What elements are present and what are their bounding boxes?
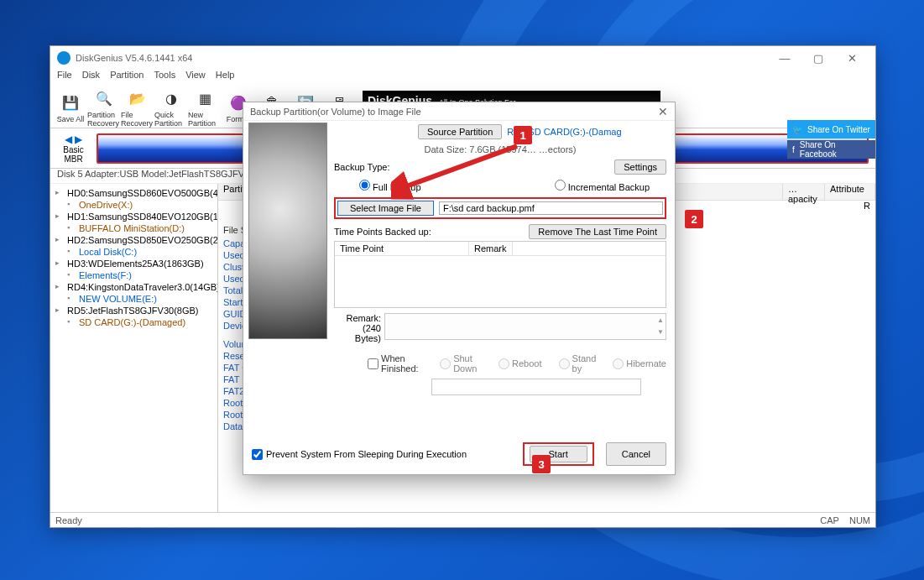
when-finished-checkbox[interactable]: When Finished: [368,353,423,374]
callout-3: 3 [532,455,551,473]
menu-help[interactable]: Help [216,70,235,86]
prevent-sleep-checkbox[interactable]: Prevent System From Sleeping During Exec… [252,449,467,460]
maximize-button[interactable]: ▢ [801,46,835,70]
close-button[interactable]: ✕ [835,46,869,70]
remark-bytes: (240 Bytes) [334,323,381,343]
svg-line-0 [399,146,517,189]
dialog-close-button[interactable]: ✕ [658,105,668,118]
magnifier-icon: 🔍 [92,86,116,110]
image-file-path[interactable]: F:\sd card backup.pmf [439,201,663,215]
device-tree[interactable]: HD0:SamsungSSD860EVO500GB(466GB OneDrive… [50,184,218,512]
callout-2: 2 [685,210,703,228]
tree-volume: OneDrive(X:) [54,199,214,211]
tree-volume: Local Disk(C:) [54,246,214,258]
tree-disk: HD0:SamsungSSD860EVO500GB(466GB [54,187,214,199]
tree-volume: SD CARD(G:)-(Damaged) [54,316,214,328]
app-title: DiskGenius V5.4.6.1441 x64 [76,53,192,63]
dialog-titlebar: Backup Partition(or Volume) to Image Fil… [243,102,675,121]
tree-volume: Elements(F:) [54,269,214,281]
disk-nav: ◀ ▶ Basic MBR [50,133,97,164]
cube-icon: ▦ [193,86,217,110]
app-icon [57,51,70,65]
shut-down-radio: Shut Down [440,353,482,374]
folder-icon: 📂 [126,86,149,110]
titlebar: DiskGenius V5.4.6.1441 x64 — ▢ ✕ [50,46,875,70]
incremental-backup-radio[interactable]: Incremental Backup [555,180,650,192]
tree-disk: HD1:SamsungSSD840EVO120GB(112GB [54,211,214,222]
annotation-arrow [391,143,525,201]
menubar: File Disk Partition Tools View Help [50,70,875,86]
cancel-button[interactable]: Cancel [606,442,666,466]
reboot-radio: Reboot [499,358,541,369]
remark-col: Remark [469,242,513,255]
menu-tools[interactable]: Tools [154,70,175,86]
finish-extra-input[interactable] [431,379,641,395]
share-facebook[interactable]: fShare On Facebook [787,140,875,159]
remark-input[interactable] [384,313,666,340]
menu-file[interactable]: File [57,70,72,86]
remove-last-time-point-button[interactable]: Remove The Last Time Point [529,224,666,239]
statusbar: Ready CAPNUM [50,512,875,527]
tree-disk: RD4:KingstonDataTraveler3.0(14GB) [54,281,214,293]
time-points-label: Time Points Backed up: [334,227,431,237]
source-partition-button[interactable]: Source Partition [418,124,502,139]
next-arrow-icon[interactable]: ▶ [75,133,82,145]
save-icon: 💾 [59,91,82,114]
backup-type-label: Backup Type: [334,162,389,172]
prev-arrow-icon[interactable]: ◀ [65,133,72,145]
tree-disk: HD2:SamsungSSD850EVO250GB(233GB [54,234,214,246]
callout-1: 1 [514,126,532,144]
tree-volume: BUFFALO MiniStation(D:) [54,222,214,234]
menu-view[interactable]: View [185,70,206,86]
time-point-col: Time Point [335,242,469,255]
grid-cell-attribute: R [864,201,870,214]
menu-disk[interactable]: Disk [82,70,100,86]
settings-button[interactable]: Settings [614,159,666,175]
time-points-table: Time Point Remark [334,241,666,308]
tree-disk: HD3:WDElements25A3(1863GB) [54,258,214,269]
facebook-icon: f [792,145,795,154]
minimize-button[interactable]: — [768,46,801,70]
tool-partition-recovery[interactable]: 🔍Partition Recovery [87,86,121,128]
twitter-icon: 🐦 [792,125,802,134]
tree-disk: RD5:JetFlashTS8GJFV30(8GB) [54,305,214,316]
remark-label: Remark: [334,313,381,323]
tool-save-all[interactable]: 💾Save All [54,91,87,123]
tree-volume: NEW VOLUME(E:) [54,293,214,305]
pie-icon: ◑ [159,86,183,110]
select-image-file-button[interactable]: Select Image File [337,201,434,216]
tool-quick-partition[interactable]: ◑Quick Partition [154,86,188,128]
tool-new-partition[interactable]: ▦New Partition [188,86,222,128]
standby-radio: Stand by [559,353,597,374]
tool-file-recovery[interactable]: 📂File Recovery [121,86,154,128]
hibernate-radio: Hibernate [613,358,666,369]
share-twitter[interactable]: 🐦Share On Twitter [787,120,875,138]
dialog-disk-image [248,123,327,339]
menu-partition[interactable]: Partition [110,70,144,86]
